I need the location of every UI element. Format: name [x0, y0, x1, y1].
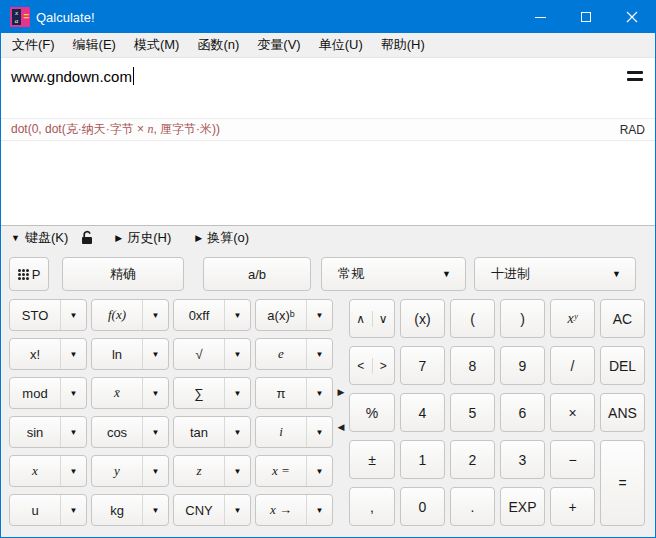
- expression-area[interactable]: www.gndown.com: [1, 58, 655, 118]
- var-y-dropdown-arrow[interactable]: ▼: [142, 456, 168, 486]
- unit-kg-button[interactable]: kg▼: [91, 494, 169, 526]
- keyboard-panel-toggle[interactable]: ▼ 键盘(K): [11, 229, 68, 247]
- answer-button[interactable]: ANS: [600, 393, 645, 432]
- currency-cny-dropdown-arrow[interactable]: ▼: [224, 495, 250, 525]
- mean-button[interactable]: x̄▼: [91, 377, 169, 409]
- sum-dropdown-arrow[interactable]: ▼: [224, 378, 250, 408]
- input-menu-icon[interactable]: [627, 67, 643, 81]
- exponent-button[interactable]: EXP: [500, 487, 545, 526]
- expression-input[interactable]: www.gndown.com: [11, 67, 134, 85]
- e-constant-dropdown-arrow[interactable]: ▼: [306, 339, 332, 369]
- keypad-mode-button[interactable]: P: [9, 257, 49, 291]
- keep-above-lock-icon[interactable]: [80, 230, 93, 245]
- cos-button[interactable]: cos▼: [91, 416, 169, 448]
- plus-minus-button[interactable]: ±: [349, 440, 395, 479]
- var-z-dropdown-arrow[interactable]: ▼: [224, 456, 250, 486]
- convert-to-dropdown-arrow[interactable]: ▼: [306, 495, 332, 525]
- ln-dropdown-arrow[interactable]: ▼: [142, 339, 168, 369]
- cursor-left-right-first[interactable]: <: [350, 359, 372, 373]
- store-dropdown-arrow[interactable]: ▼: [60, 300, 86, 330]
- equation-dropdown-arrow[interactable]: ▼: [306, 456, 332, 486]
- hex-literal-dropdown-arrow[interactable]: ▼: [224, 300, 250, 330]
- mod-button[interactable]: mod▼: [9, 377, 87, 409]
- power-template-button[interactable]: a(x)ᵇ▼: [255, 299, 333, 331]
- factorial-dropdown-arrow[interactable]: ▼: [60, 339, 86, 369]
- close-paren-button[interactable]: ): [500, 299, 545, 338]
- factorial-button[interactable]: x!▼: [9, 338, 87, 370]
- currency-cny-button[interactable]: CNY▼: [173, 494, 251, 526]
- decimal-point-button[interactable]: .: [450, 487, 495, 526]
- pi-dropdown-arrow[interactable]: ▼: [306, 378, 332, 408]
- fraction-mode-button[interactable]: a/b: [203, 257, 311, 291]
- function-dropdown-arrow[interactable]: ▼: [142, 300, 168, 330]
- unit-u-dropdown-arrow[interactable]: ▼: [60, 495, 86, 525]
- delete-button[interactable]: DEL: [600, 346, 645, 385]
- imaginary-button[interactable]: i▼: [255, 416, 333, 448]
- clear-all-button[interactable]: AC: [600, 299, 645, 338]
- menu-units[interactable]: 单位(U): [310, 32, 372, 58]
- digit-4-button[interactable]: 4: [400, 393, 445, 432]
- cursor-up-down-first[interactable]: ∧: [350, 312, 372, 326]
- convert-panel-toggle[interactable]: ▶ 换算(o): [195, 229, 249, 247]
- menu-edit[interactable]: 编辑(E): [64, 32, 125, 58]
- menu-help[interactable]: 帮助(H): [372, 32, 434, 58]
- subtract-button[interactable]: −: [550, 440, 595, 479]
- ln-button[interactable]: ln▼: [91, 338, 169, 370]
- e-constant-button[interactable]: e▼: [255, 338, 333, 370]
- var-x-button[interactable]: x▼: [9, 455, 87, 487]
- digit-9-button[interactable]: 9: [500, 346, 545, 385]
- smart-parentheses-button[interactable]: (x): [400, 299, 445, 338]
- pad-next-arrow[interactable]: ▶: [338, 387, 345, 397]
- comma-button[interactable]: ,: [349, 487, 395, 526]
- cursor-up-down-button[interactable]: ∧∨: [349, 299, 395, 338]
- number-base-dropdown[interactable]: 十进制 ▼: [474, 257, 636, 291]
- sum-button[interactable]: ∑▼: [173, 377, 251, 409]
- unit-kg-dropdown-arrow[interactable]: ▼: [142, 495, 168, 525]
- sin-button[interactable]: sin▼: [9, 416, 87, 448]
- var-x-dropdown-arrow[interactable]: ▼: [60, 456, 86, 486]
- menu-functions[interactable]: 函数(n): [188, 32, 248, 58]
- equation-button[interactable]: x =▼: [255, 455, 333, 487]
- open-paren-button[interactable]: (: [450, 299, 495, 338]
- tan-button[interactable]: tan▼: [173, 416, 251, 448]
- cos-dropdown-arrow[interactable]: ▼: [142, 417, 168, 447]
- percent-button[interactable]: %: [349, 393, 395, 432]
- digit-6-button[interactable]: 6: [500, 393, 545, 432]
- minimize-button[interactable]: [517, 1, 563, 33]
- tan-dropdown-arrow[interactable]: ▼: [224, 417, 250, 447]
- convert-to-button[interactable]: x →▼: [255, 494, 333, 526]
- unit-u-button[interactable]: u▼: [9, 494, 87, 526]
- digit-3-button[interactable]: 3: [500, 440, 545, 479]
- cursor-up-down-second[interactable]: ∨: [373, 312, 395, 326]
- digit-7-button[interactable]: 7: [400, 346, 445, 385]
- pad-prev-arrow[interactable]: ◀: [338, 422, 345, 432]
- mod-dropdown-arrow[interactable]: ▼: [60, 378, 86, 408]
- digit-2-button[interactable]: 2: [450, 440, 495, 479]
- menu-variables[interactable]: 变量(V): [248, 32, 309, 58]
- close-button[interactable]: [609, 1, 655, 33]
- imaginary-dropdown-arrow[interactable]: ▼: [306, 417, 332, 447]
- digit-1-button[interactable]: 1: [400, 440, 445, 479]
- var-y-button[interactable]: y▼: [91, 455, 169, 487]
- equals-button[interactable]: =: [600, 440, 645, 526]
- pi-button[interactable]: π▼: [255, 377, 333, 409]
- function-button[interactable]: f(x)▼: [91, 299, 169, 331]
- cursor-left-right-button[interactable]: <>: [349, 346, 395, 385]
- exact-mode-button[interactable]: 精确: [62, 257, 184, 291]
- history-panel-toggle[interactable]: ▶ 历史(H): [115, 229, 171, 247]
- var-z-button[interactable]: z▼: [173, 455, 251, 487]
- add-button[interactable]: +: [550, 487, 595, 526]
- angle-mode-indicator[interactable]: RAD: [620, 123, 645, 137]
- multiply-button[interactable]: ×: [550, 393, 595, 432]
- sqrt-button[interactable]: √▼: [173, 338, 251, 370]
- display-mode-dropdown[interactable]: 常规 ▼: [321, 257, 466, 291]
- digit-8-button[interactable]: 8: [450, 346, 495, 385]
- digit-0-button[interactable]: 0: [400, 487, 445, 526]
- store-button[interactable]: STO▼: [9, 299, 87, 331]
- maximize-button[interactable]: [563, 1, 609, 33]
- menu-mode[interactable]: 模式(M): [125, 32, 189, 58]
- mean-dropdown-arrow[interactable]: ▼: [142, 378, 168, 408]
- sin-dropdown-arrow[interactable]: ▼: [60, 417, 86, 447]
- sqrt-dropdown-arrow[interactable]: ▼: [224, 339, 250, 369]
- power-button[interactable]: xʸ: [550, 299, 595, 338]
